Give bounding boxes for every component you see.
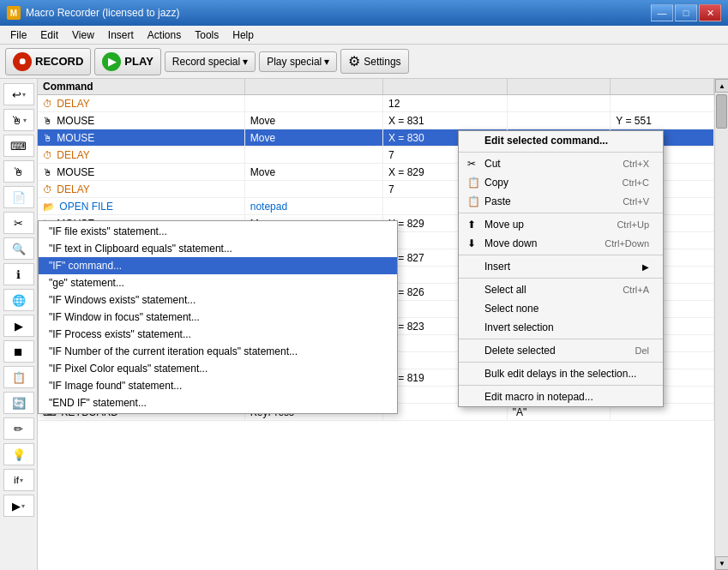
ctx-item-shortcut-5: Ctrl+Down <box>605 238 649 249</box>
menu-file[interactable]: File <box>3 27 33 43</box>
sidebar-item-16[interactable]: ▶▾ <box>3 495 34 517</box>
context-menu-item-1[interactable]: ✂CutCtrl+X <box>459 154 663 173</box>
scroll-down-button[interactable]: ▼ <box>715 556 728 570</box>
menu-tools[interactable]: Tools <box>188 27 226 43</box>
dropdown-item-10[interactable]: "END IF" statement... <box>39 394 397 411</box>
dropdown-item-2[interactable]: "IF" command... <box>39 257 397 274</box>
cell-type: 🖱 MOUSE <box>38 129 244 147</box>
menu-edit[interactable]: Edit <box>33 27 65 43</box>
maximize-button[interactable]: □ <box>675 4 697 21</box>
sidebar-item-4[interactable]: 📄 <box>3 186 34 208</box>
sidebar-item-9[interactable]: ▶ <box>3 315 34 337</box>
sidebar-item-6[interactable]: 🔍 <box>3 237 34 260</box>
record-button[interactable]: ⏺ RECORD <box>5 48 91 75</box>
cell-col2: Move <box>244 164 382 181</box>
dropdown-item-4[interactable]: "IF Windows exists" statement... <box>39 291 397 309</box>
ctx-item-shortcut-1: Ctrl+X <box>623 159 649 169</box>
context-menu-item-10[interactable]: Delete selectedDel <box>459 341 663 360</box>
settings-button[interactable]: ⚙ Settings <box>340 49 408 74</box>
menu-help[interactable]: Help <box>226 27 261 43</box>
scroll-up-button[interactable]: ▲ <box>715 79 728 93</box>
table-row[interactable]: ⏱ DELAY 12 <box>38 95 714 112</box>
context-menu-item-9[interactable]: Invert selection <box>459 318 663 337</box>
dropdown-item-7[interactable]: "IF Number of the current iteration equa… <box>39 343 397 360</box>
context-menu-item-6[interactable]: Insert▶ <box>459 257 663 276</box>
context-menu-item-4[interactable]: ⬆Move upCtrl+Up <box>459 215 663 234</box>
dropdown-item-5[interactable]: "IF Window in focus" statement... <box>39 309 397 326</box>
ctx-item-label-9: Invert selection <box>484 321 649 333</box>
minimize-button[interactable]: — <box>651 4 673 21</box>
dropdown-item-1[interactable]: "IF text in Clipboard equals" statement.… <box>39 240 397 257</box>
menu-insert[interactable]: Insert <box>101 27 141 43</box>
ctx-separator-3 <box>459 213 663 213</box>
dropdown-item-3[interactable]: "ge" statement... <box>39 274 397 291</box>
table-row[interactable]: 🖱 MOUSE Move X = 831 Y = 551 <box>38 112 714 129</box>
context-menu: Edit selected command...✂CutCtrl+X📋CopyC… <box>458 130 664 407</box>
dropdown-item-6[interactable]: "IF Process exists" statement... <box>39 326 397 343</box>
record-special-arrow: ▾ <box>243 56 248 68</box>
dropdown-item-9[interactable]: "IF Image found" statement... <box>39 377 397 394</box>
context-menu-item-8[interactable]: Select none <box>459 299 663 318</box>
sidebar-item-14[interactable]: 💡 <box>3 443 34 465</box>
sidebar-item-8[interactable]: 🌐 <box>3 289 34 311</box>
context-menu-item-0[interactable]: Edit selected command... <box>459 131 663 150</box>
sidebar-item-13[interactable]: ✏ <box>3 417 34 440</box>
sidebar-item-5[interactable]: ✂ <box>3 212 34 234</box>
cell-col4 <box>507 95 611 112</box>
sidebar-item-12[interactable]: 🔄 <box>3 392 34 414</box>
ctx-item-label-2: Copy <box>484 177 623 189</box>
context-menu-item-2[interactable]: 📋CopyCtrl+C <box>459 173 663 192</box>
ctx-item-shortcut-3: Ctrl+V <box>623 196 649 207</box>
ctx-item-shortcut-4: Ctrl+Up <box>617 219 649 230</box>
context-menu-item-12[interactable]: Edit macro in notepad... <box>459 387 663 406</box>
ctx-item-shortcut-10: Del <box>635 345 649 356</box>
record-special-label: Record special <box>172 56 240 68</box>
ctx-item-icon-5: ⬇ <box>467 237 484 249</box>
sidebar-item-2[interactable]: ⌨ <box>3 135 34 157</box>
context-menu-item-5[interactable]: ⬇Move downCtrl+Down <box>459 234 663 253</box>
play-special-dropdown[interactable]: Play special ▾ <box>259 51 337 72</box>
sidebar-item-0[interactable]: ↩▾ <box>3 83 34 105</box>
cell-col3: 12 <box>383 95 508 112</box>
sidebar-item-10[interactable]: ⏹ <box>3 340 34 363</box>
scrollbar: ▲ ▼ <box>714 79 728 570</box>
cell-col5: Y = 551 <box>611 112 714 129</box>
ctx-item-label-6: Insert <box>484 261 642 273</box>
ctx-item-arrow-6: ▶ <box>642 262 649 272</box>
cell-type: ⏱ DELAY <box>38 95 244 112</box>
context-menu-item-7[interactable]: Select allCtrl+A <box>459 280 663 299</box>
sidebar-item-1[interactable]: 🖱▾ <box>3 109 34 131</box>
ctx-item-shortcut-7: Ctrl+A <box>623 285 649 295</box>
sidebar-item-7[interactable]: ℹ <box>3 263 34 285</box>
title-bar: M Macro Recorder (licensed to jazz) — □ … <box>0 0 728 26</box>
window-title: Macro Recorder (licensed to jazz) <box>26 7 649 19</box>
ctx-item-label-10: Delete selected <box>484 345 635 357</box>
dropdown-panel: "IF file exists" statement..."IF text in… <box>38 220 398 414</box>
menu-view[interactable]: View <box>65 27 101 43</box>
play-button[interactable]: ▶ PLAY <box>94 48 160 75</box>
play-label: PLAY <box>124 55 153 68</box>
dropdown-item-0[interactable]: "IF file exists" statement... <box>39 223 397 240</box>
ctx-separator-11 <box>459 385 663 386</box>
menu-actions[interactable]: Actions <box>141 27 188 43</box>
scroll-thumb[interactable] <box>716 94 727 129</box>
sidebar-item-3[interactable]: 🖱 <box>3 160 34 183</box>
cell-type: 🖱 MOUSE <box>38 164 244 181</box>
ctx-separator-0 <box>459 152 663 153</box>
record-special-dropdown[interactable]: Record special ▾ <box>165 51 256 72</box>
play-special-arrow: ▾ <box>324 56 329 68</box>
ctx-item-shortcut-2: Ctrl+C <box>623 177 649 188</box>
sidebar-item-15[interactable]: if▾ <box>3 469 34 491</box>
sidebar-item-11[interactable]: 📋 <box>3 366 34 388</box>
play-icon: ▶ <box>102 52 121 71</box>
record-icon: ⏺ <box>13 52 32 71</box>
menu-bar: File Edit View Insert Actions Tools Help <box>0 26 728 45</box>
dropdown-item-8[interactable]: "IF Pixel Color equals" statement... <box>39 360 397 377</box>
context-menu-item-11[interactable]: Bulk edit delays in the selection... <box>459 364 663 383</box>
ctx-item-label-4: Move up <box>484 219 617 231</box>
cell-col2 <box>244 95 382 112</box>
scroll-track[interactable] <box>715 93 728 556</box>
app-icon: M <box>7 6 21 20</box>
close-button[interactable]: ✕ <box>699 4 721 21</box>
context-menu-item-3[interactable]: 📋PasteCtrl+V <box>459 192 663 211</box>
